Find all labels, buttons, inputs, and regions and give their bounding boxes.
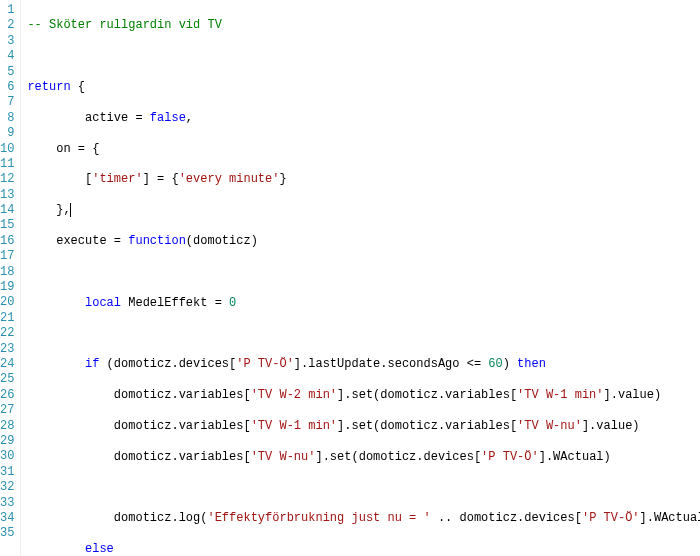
line-number: 3	[0, 34, 14, 49]
line-number: 16	[0, 234, 14, 249]
code-line: else	[27, 542, 700, 556]
line-number: 5	[0, 65, 14, 80]
line-number: 10	[0, 142, 14, 157]
number: 0	[229, 296, 236, 310]
code-line: execute = function(domoticz)	[27, 234, 700, 249]
line-number: 31	[0, 465, 14, 480]
code-line: on = {	[27, 142, 700, 157]
line-number: 27	[0, 403, 14, 418]
line-number: 30	[0, 449, 14, 464]
line-number: 24	[0, 357, 14, 372]
code-line: domoticz.variables['TV W-1 min'].set(dom…	[27, 419, 700, 434]
line-number: 13	[0, 188, 14, 203]
text-cursor	[70, 203, 71, 217]
comment: -- Sköter rullgardin vid TV	[27, 18, 221, 32]
prop: execute =	[56, 234, 128, 248]
line-number: 34	[0, 511, 14, 526]
line-number: 19	[0, 280, 14, 295]
keyword: if	[85, 357, 99, 371]
code-line: },	[27, 203, 700, 218]
keyword: return	[27, 80, 70, 94]
line-number: 35	[0, 526, 14, 541]
code-line	[27, 265, 700, 280]
line-number: 17	[0, 249, 14, 264]
keyword: else	[85, 542, 114, 556]
line-number: 23	[0, 342, 14, 357]
prop: active =	[85, 111, 150, 125]
line-number: 1	[0, 3, 14, 18]
code-area[interactable]: -- Sköter rullgardin vid TV return { act…	[21, 0, 700, 556]
line-number: 32	[0, 480, 14, 495]
keyword: local	[85, 296, 121, 310]
line-number: 15	[0, 218, 14, 233]
line-number: 14	[0, 203, 14, 218]
bool: false	[150, 111, 186, 125]
line-number: 2	[0, 18, 14, 33]
line-number: 20	[0, 295, 14, 310]
code-line	[27, 49, 700, 64]
line-number-gutter: 1 2 3 4 5 6 7 8 9 10 11 12 13 14 15 16 1…	[0, 0, 21, 556]
line-number: 8	[0, 111, 14, 126]
keyword: function	[128, 234, 186, 248]
code-line	[27, 480, 700, 495]
string: 'every minute'	[179, 172, 280, 186]
code-line: -- Sköter rullgardin vid TV	[27, 18, 700, 33]
line-number: 4	[0, 49, 14, 64]
code-line: if (domoticz.devices['P TV-Ö'].lastUpdat…	[27, 357, 700, 372]
code-line: ['timer'] = {'every minute'}	[27, 172, 700, 187]
line-number: 18	[0, 265, 14, 280]
line-number: 28	[0, 419, 14, 434]
code-line: active = false,	[27, 111, 700, 126]
line-number: 33	[0, 496, 14, 511]
line-number: 22	[0, 326, 14, 341]
code-line: domoticz.variables['TV W-nu'].set(domoti…	[27, 450, 700, 465]
line-number: 21	[0, 311, 14, 326]
code-editor[interactable]: 1 2 3 4 5 6 7 8 9 10 11 12 13 14 15 16 1…	[0, 0, 700, 556]
line-number: 9	[0, 126, 14, 141]
line-number: 29	[0, 434, 14, 449]
line-number: 12	[0, 172, 14, 187]
code-line: domoticz.variables['TV W-2 min'].set(dom…	[27, 388, 700, 403]
line-number: 26	[0, 388, 14, 403]
code-line: local MedelEffekt = 0	[27, 296, 700, 311]
prop: on = {	[56, 142, 99, 156]
code-line: return {	[27, 80, 700, 95]
line-number: 6	[0, 80, 14, 95]
string: 'timer'	[92, 172, 142, 186]
code-line	[27, 326, 700, 341]
line-number: 25	[0, 372, 14, 387]
line-number: 11	[0, 157, 14, 172]
code-line: domoticz.log('Effektyförbrukning just nu…	[27, 511, 700, 526]
line-number: 7	[0, 95, 14, 110]
